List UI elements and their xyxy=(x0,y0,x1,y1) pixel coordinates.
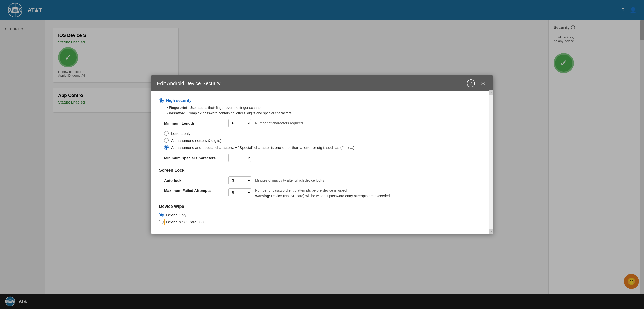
security-bullet-list: • Fingerprint: User scans their finger o… xyxy=(167,106,485,115)
alphanumeric-radio[interactable] xyxy=(164,138,169,143)
device-wipe-section-header: Device Wipe xyxy=(159,204,485,209)
device-only-option: Device Only xyxy=(159,213,485,217)
password-label: Password: xyxy=(169,111,187,115)
minimum-length-hint: Number of characters required xyxy=(255,121,303,125)
modal-header: Edit Android Device Security ? × xyxy=(151,75,493,91)
warning-label: Warning: xyxy=(255,194,270,198)
letters-only-option: Letters only xyxy=(164,131,485,136)
device-only-radio[interactable] xyxy=(159,213,164,217)
screen-lock-section-header: Screen Lock xyxy=(159,168,485,173)
auto-lock-select[interactable]: 1 2 3 4 5 10 15 30 xyxy=(228,176,251,184)
device-sd-card-option: Device & SD Card ? xyxy=(159,220,485,224)
password-bullet: • Password: Complex password containing … xyxy=(167,111,485,115)
high-security-radio[interactable] xyxy=(159,98,164,103)
alphanumeric-special-option: Alphanumeric and special characters. A "… xyxy=(164,145,485,150)
max-failed-attempts-hint: Number of password entry attempts before… xyxy=(255,188,390,192)
max-failed-attempts-select[interactable]: 4 5 6 7 8 9 10 xyxy=(228,188,251,196)
alphanumeric-special-label: Alphanumeric and special characters. A "… xyxy=(171,145,354,150)
modal-help-button[interactable]: ? xyxy=(467,79,475,87)
max-failed-attempts-hints: Number of password entry attempts before… xyxy=(255,188,390,198)
min-special-chars-row: Minimum Special Characters 0 1 2 3 4 5 xyxy=(164,154,485,162)
device-wipe-section: Device Wipe Device Only Device & SD Card… xyxy=(159,204,485,224)
modal-header-actions: ? × xyxy=(467,79,487,87)
fingerprint-bullet: • Fingerprint: User scans their finger o… xyxy=(167,106,485,110)
device-only-label: Device Only xyxy=(166,213,186,217)
modal-scrollbar: ▲ ▼ xyxy=(489,90,493,234)
min-special-chars-select[interactable]: 0 1 2 3 4 5 xyxy=(228,154,251,162)
max-failed-attempts-label: Maximum Failed Attempts xyxy=(164,188,224,193)
modal-close-button[interactable]: × xyxy=(479,79,487,87)
max-failed-attempts-warning: Warning: Device (Not SD card) will be wi… xyxy=(255,194,390,198)
letters-only-label: Letters only xyxy=(171,131,191,136)
modal-scrollbar-track xyxy=(489,95,493,229)
auto-lock-row: Auto-lock 1 2 3 4 5 10 15 30 Minutes of … xyxy=(164,176,485,184)
modal-title: Edit Android Device Security xyxy=(157,81,220,86)
fingerprint-desc: User scans their finger over the finger … xyxy=(189,106,262,110)
warning-desc: Device (Not SD card) will be wiped if pa… xyxy=(271,194,390,198)
letters-only-radio[interactable] xyxy=(164,131,169,136)
modal-scrollbar-up-arrow[interactable]: ▲ xyxy=(489,90,493,95)
modal-body: High security • Fingerprint: User scans … xyxy=(151,91,493,234)
device-sd-card-label: Device & SD Card xyxy=(166,220,197,224)
fingerprint-label: Fingerprint: xyxy=(169,106,189,110)
high-security-label: High security xyxy=(166,98,191,103)
password-type-group: Letters only Alphanumeric (letters & dig… xyxy=(164,131,485,150)
min-special-chars-label: Minimum Special Characters xyxy=(164,156,224,160)
auto-lock-label: Auto-lock xyxy=(164,178,224,183)
alphanumeric-option: Alphanumeric (letters & digits) xyxy=(164,138,485,143)
auto-lock-hint: Minutes of inactivity after which device… xyxy=(255,178,324,182)
edit-android-security-modal: Edit Android Device Security ? × High se… xyxy=(151,75,493,234)
device-sd-card-radio[interactable] xyxy=(159,220,164,224)
minimum-length-label: Minimum Length xyxy=(164,121,224,125)
device-sd-card-help-icon[interactable]: ? xyxy=(199,220,204,224)
modal-scrollbar-down-arrow[interactable]: ▼ xyxy=(489,229,493,234)
minimum-length-row: Minimum Length 4 5 6 7 8 9 10 Number of … xyxy=(164,119,485,127)
alphanumeric-label: Alphanumeric (letters & digits) xyxy=(171,138,221,143)
minimum-length-select[interactable]: 4 5 6 7 8 9 10 xyxy=(228,119,251,127)
password-desc: Complex password containing letters, dig… xyxy=(188,111,292,115)
max-failed-attempts-row: Maximum Failed Attempts 4 5 6 7 8 9 10 N… xyxy=(164,188,485,198)
alphanumeric-special-radio[interactable] xyxy=(164,145,169,150)
high-security-option: High security xyxy=(159,98,485,103)
